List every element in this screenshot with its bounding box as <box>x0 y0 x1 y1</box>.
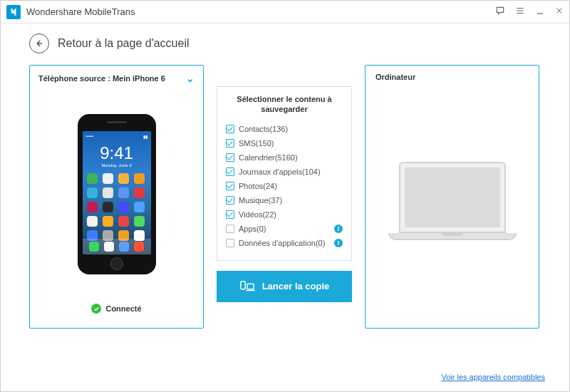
app-tile <box>87 202 98 212</box>
select-title: Sélectionner le contenu à sauvegarder <box>226 94 343 115</box>
content-item-label: Calendrier(5160) <box>239 153 343 162</box>
app-window: Wondershare MobileTrans Retour à la page… <box>0 0 570 392</box>
app-tile <box>103 202 113 212</box>
svg-rect-0 <box>241 281 245 289</box>
feedback-icon[interactable] <box>495 6 505 18</box>
app-tile <box>103 173 113 184</box>
content-item[interactable]: Calendrier(5160) <box>226 150 343 165</box>
app-title: Wondershare MobileTrans <box>26 6 495 17</box>
app-logo-icon <box>6 5 21 19</box>
checkbox[interactable] <box>226 125 234 133</box>
checkbox[interactable] <box>226 153 234 162</box>
source-panel: Téléphone source : Mein iPhone 6 ⌄ •••••… <box>29 65 204 329</box>
info-icon[interactable]: ! <box>334 225 343 233</box>
source-device-selector[interactable]: Téléphone source : Mein iPhone 6 ⌄ <box>38 73 195 84</box>
app-tile <box>103 216 113 227</box>
middle-column: Sélectionner le contenu à sauvegarder Co… <box>217 86 352 329</box>
content-item[interactable]: Musique(37) <box>226 193 343 207</box>
content-item-label: Contacts(136) <box>239 125 343 133</box>
app-tile <box>118 216 129 227</box>
check-icon <box>91 304 101 314</box>
app-tile <box>134 187 145 198</box>
window-controls <box>495 6 564 18</box>
content-item[interactable]: Données d'application(0)! <box>226 236 343 250</box>
content-item[interactable]: Apps(0)! <box>226 222 343 236</box>
destination-title: Ordinateur <box>375 73 529 81</box>
content-item[interactable]: Vidéos(22) <box>226 207 343 222</box>
content-item[interactable]: Contacts(136) <box>226 122 343 136</box>
source-device-name: Mein iPhone 6 <box>113 74 165 83</box>
title-bar: Wondershare MobileTrans <box>1 1 569 24</box>
content-item-label: Journaux d'appels(104) <box>239 167 343 176</box>
content-item-label: Apps(0) <box>239 225 330 233</box>
app-tile <box>118 173 129 184</box>
checkbox[interactable] <box>226 182 234 190</box>
phone-illustration: •••••▮▮ 9:41 Monday, June 2 <box>38 84 195 304</box>
content-item-label: Photos(24) <box>239 182 343 190</box>
start-copy-button[interactable]: Lancer la copie <box>217 271 352 302</box>
checkbox[interactable] <box>226 210 234 219</box>
source-header-prefix: Téléphone source : <box>38 74 113 83</box>
info-icon[interactable]: ! <box>334 239 343 247</box>
app-tile <box>134 173 145 184</box>
back-row: Retour à la page d'accueil <box>1 24 569 58</box>
svg-rect-1 <box>247 284 254 289</box>
destination-panel: Ordinateur <box>365 65 539 329</box>
close-button[interactable] <box>555 6 564 17</box>
app-tile <box>87 216 98 227</box>
content-item-label: Données d'application(0) <box>239 239 330 247</box>
app-tile <box>134 202 145 212</box>
dock-tile <box>104 242 114 252</box>
main-content: Téléphone source : Mein iPhone 6 ⌄ •••••… <box>1 58 569 329</box>
app-tile <box>87 173 98 184</box>
app-tile <box>134 216 145 227</box>
start-copy-label: Lancer la copie <box>262 281 330 292</box>
dock-tile <box>89 242 99 252</box>
checkbox[interactable] <box>226 196 234 205</box>
minimize-button[interactable] <box>535 6 545 18</box>
content-item[interactable]: Photos(24) <box>226 179 343 193</box>
content-item[interactable]: SMS(150) <box>226 136 343 150</box>
app-tile <box>118 202 129 212</box>
content-item[interactable]: Journaux d'appels(104) <box>226 165 343 179</box>
back-label: Retour à la page d'accueil <box>58 37 190 50</box>
checkbox[interactable] <box>226 167 234 176</box>
chevron-down-icon: ⌄ <box>186 73 195 84</box>
checkbox[interactable] <box>226 225 234 233</box>
content-item-label: Musique(37) <box>239 196 343 205</box>
laptop-illustration <box>375 81 529 321</box>
content-item-label: SMS(150) <box>239 139 343 148</box>
phone-clock: 9:41 <box>83 143 151 163</box>
app-tile <box>118 187 129 198</box>
back-button[interactable] <box>29 33 49 53</box>
compatible-devices-link[interactable]: Voir les appareils compatibles <box>441 373 545 381</box>
checkbox[interactable] <box>226 239 234 247</box>
connection-status: Connecté <box>38 304 195 321</box>
app-tile <box>103 187 113 198</box>
connection-status-label: Connecté <box>105 304 141 313</box>
content-select-box: Sélectionner le contenu à sauvegarder Co… <box>217 86 352 261</box>
app-tile <box>87 187 98 198</box>
transfer-icon <box>239 279 255 294</box>
dock-tile <box>119 242 129 252</box>
dock-tile <box>134 242 144 252</box>
checkbox[interactable] <box>226 139 234 148</box>
menu-icon[interactable] <box>515 6 525 18</box>
content-item-label: Vidéos(22) <box>239 210 343 219</box>
